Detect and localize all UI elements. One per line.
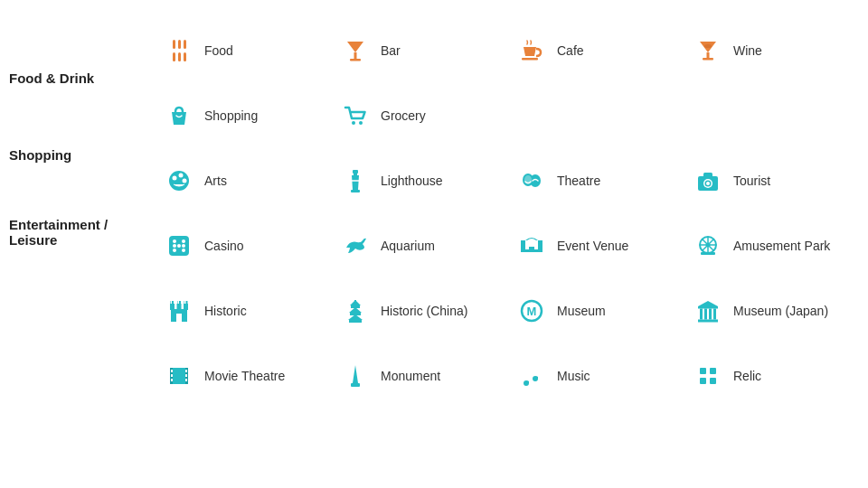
svg-rect-43 xyxy=(538,240,542,252)
svg-rect-5 xyxy=(184,52,186,61)
svg-rect-8 xyxy=(350,59,361,61)
svg-marker-22 xyxy=(352,175,359,190)
wine-icon xyxy=(692,34,724,67)
svg-point-37 xyxy=(182,249,185,252)
svg-rect-83 xyxy=(171,370,173,372)
aquarium-icon xyxy=(339,230,372,262)
shopping-icon xyxy=(163,99,195,132)
list-item: Historic (China) xyxy=(330,278,506,343)
list-item: Music xyxy=(506,343,683,408)
music-label: Music xyxy=(557,369,590,383)
monument-icon xyxy=(339,360,372,392)
arts-label: Arts xyxy=(204,174,227,188)
tourist-icon xyxy=(692,164,724,197)
monument-label: Monument xyxy=(381,369,440,383)
bar-icon xyxy=(339,34,372,67)
svg-rect-9 xyxy=(522,58,538,61)
grocery-label: Grocery xyxy=(381,108,426,123)
svg-rect-87 xyxy=(185,374,187,377)
museum-japan-icon xyxy=(692,295,724,327)
svg-rect-4 xyxy=(184,40,186,49)
music-icon xyxy=(515,360,548,392)
svg-rect-70 xyxy=(354,300,356,305)
svg-rect-77 xyxy=(709,309,712,320)
svg-point-17 xyxy=(173,176,177,181)
svg-point-32 xyxy=(706,182,710,185)
theatre-icon xyxy=(515,164,548,197)
event-venue-label: Event Venue xyxy=(557,239,628,253)
historic-china-label: Historic (China) xyxy=(381,304,467,318)
svg-point-40 xyxy=(182,244,185,248)
svg-rect-62 xyxy=(184,301,186,304)
aquarium-label: Aquarium xyxy=(381,239,435,253)
svg-rect-94 xyxy=(710,378,716,384)
list-item: Relic xyxy=(683,343,859,408)
category-labels: Food & Drink Shopping Entertainment / Le… xyxy=(9,18,154,408)
svg-rect-29 xyxy=(703,173,712,177)
svg-rect-69 xyxy=(349,320,362,323)
svg-rect-90 xyxy=(351,383,360,387)
empty-cell xyxy=(683,83,859,148)
category-shopping: Shopping xyxy=(9,86,154,163)
svg-rect-11 xyxy=(707,52,710,58)
svg-rect-84 xyxy=(171,374,173,377)
list-item: Grocery xyxy=(330,83,506,148)
casino-icon xyxy=(163,230,195,262)
list-item: Monument xyxy=(330,343,506,408)
svg-rect-60 xyxy=(178,301,180,304)
svg-point-14 xyxy=(352,121,355,125)
museum-japan-label: Museum (Japan) xyxy=(733,304,828,318)
lighthouse-icon xyxy=(339,164,372,197)
list-item: Amusement Park xyxy=(683,213,859,278)
svg-point-18 xyxy=(179,174,184,178)
svg-point-39 xyxy=(173,244,176,248)
list-item: Bar xyxy=(330,18,506,83)
svg-rect-21 xyxy=(354,174,357,175)
svg-rect-1 xyxy=(173,52,175,61)
list-item: Tourist xyxy=(683,148,859,213)
category-entertainment: Entertainment / Leisure xyxy=(9,163,154,248)
svg-rect-54 xyxy=(170,304,175,310)
svg-rect-92 xyxy=(710,368,716,374)
svg-rect-85 xyxy=(171,379,173,381)
svg-marker-73 xyxy=(698,301,718,306)
svg-rect-3 xyxy=(178,52,181,61)
relic-label: Relic xyxy=(733,369,761,383)
svg-point-34 xyxy=(173,239,176,243)
svg-point-13 xyxy=(704,44,712,48)
list-item: Arts xyxy=(154,148,330,213)
historic-china-icon xyxy=(339,295,372,327)
svg-point-35 xyxy=(182,239,185,243)
casino-label: Casino xyxy=(204,239,244,253)
movie-theatre-icon xyxy=(163,360,195,392)
svg-rect-91 xyxy=(700,368,706,374)
list-item: Wine xyxy=(683,18,859,83)
theatre-label: Theatre xyxy=(557,174,600,188)
svg-rect-2 xyxy=(178,40,181,49)
svg-rect-88 xyxy=(185,379,187,381)
svg-rect-74 xyxy=(698,306,718,309)
svg-rect-0 xyxy=(173,40,175,49)
svg-rect-79 xyxy=(698,320,718,323)
tourist-label: Tourist xyxy=(733,174,770,188)
list-item: Shopping xyxy=(154,83,330,148)
svg-rect-42 xyxy=(521,240,525,252)
svg-point-19 xyxy=(183,179,187,183)
shopping-label: Shopping xyxy=(204,108,258,123)
svg-rect-52 xyxy=(701,252,715,255)
svg-marker-89 xyxy=(353,365,358,383)
svg-point-36 xyxy=(173,249,176,252)
list-item: Event Venue xyxy=(506,213,683,278)
relic-icon xyxy=(692,360,724,392)
svg-rect-93 xyxy=(700,378,706,384)
list-item: Aquarium xyxy=(330,213,506,278)
cafe-label: Cafe xyxy=(557,43,584,58)
svg-rect-75 xyxy=(700,309,703,320)
svg-rect-44 xyxy=(529,247,534,252)
museum-label: Museum xyxy=(557,304,606,318)
svg-point-38 xyxy=(177,244,181,248)
category-food-drink: Food & Drink xyxy=(9,27,154,86)
wine-label: Wine xyxy=(733,43,762,58)
historic-label: Historic xyxy=(204,304,247,318)
movie-theatre-label: Movie Theatre xyxy=(204,369,285,383)
